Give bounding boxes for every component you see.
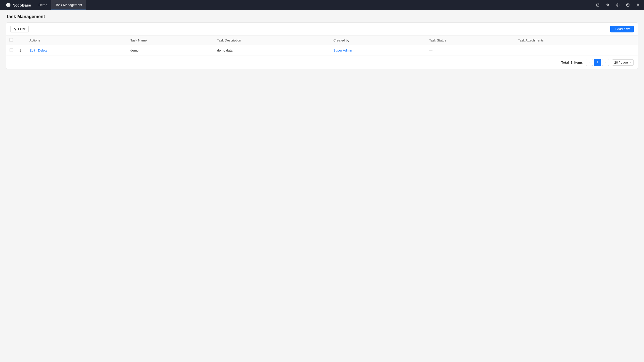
toolbar: Filter + Add new bbox=[6, 23, 638, 36]
filter-label: Filter bbox=[18, 27, 25, 31]
page-title: Task Management bbox=[6, 14, 638, 19]
row-task-attachments bbox=[515, 45, 638, 56]
row-checkbox-cell bbox=[6, 45, 16, 56]
header-created-by: Created by bbox=[330, 36, 426, 45]
row-number: 1 bbox=[16, 45, 26, 56]
pagination-bar: Total 1 items 1 20 / page bbox=[6, 56, 638, 69]
svg-marker-4 bbox=[14, 28, 17, 30]
prev-page-button[interactable] bbox=[586, 59, 593, 66]
table-header: Actions Task Name Task Description Creat… bbox=[6, 36, 638, 45]
logo-text: NocoBase bbox=[13, 3, 31, 7]
total-suffix: items bbox=[574, 61, 583, 64]
chevron-down-icon bbox=[629, 61, 631, 64]
header-row-num bbox=[16, 36, 26, 45]
add-new-label: + Add new bbox=[614, 27, 630, 31]
filter-icon bbox=[14, 27, 17, 31]
chevron-right-icon bbox=[604, 61, 607, 64]
filter-button[interactable]: Filter bbox=[10, 26, 29, 32]
delete-link[interactable]: Delete bbox=[38, 49, 48, 52]
pagination-nav: 1 bbox=[586, 59, 609, 66]
task-status-value: — bbox=[429, 49, 432, 52]
created-by-link[interactable]: Super Admin bbox=[333, 49, 352, 52]
table-header-row: Actions Task Name Task Description Creat… bbox=[6, 36, 638, 45]
header-task-description: Task Description bbox=[214, 36, 330, 45]
row-actions-cell: Edit Delete bbox=[26, 45, 127, 56]
edit-link[interactable]: Edit bbox=[29, 49, 35, 52]
user-icon[interactable] bbox=[635, 2, 641, 8]
nav-tab-demo-label: Demo bbox=[38, 3, 47, 7]
page-header: Task Management bbox=[0, 10, 644, 22]
total-prefix: Total bbox=[561, 61, 569, 64]
help-icon[interactable] bbox=[625, 2, 631, 8]
page-1-button[interactable]: 1 bbox=[594, 59, 601, 66]
table-body: 1 Edit Delete demo demo data Super Admin… bbox=[6, 45, 638, 56]
settings-icon[interactable] bbox=[615, 2, 621, 8]
svg-point-0 bbox=[617, 5, 618, 6]
chevron-left-icon bbox=[588, 61, 591, 64]
nav-tab-task-management[interactable]: Task Management bbox=[51, 0, 86, 10]
total-count: 1 bbox=[571, 61, 572, 64]
header-task-name: Task Name bbox=[127, 36, 214, 45]
nav-tab-task-management-label: Task Management bbox=[55, 3, 82, 7]
page-size-label: 20 / page bbox=[614, 61, 628, 64]
pin-icon[interactable] bbox=[605, 2, 611, 8]
add-new-button[interactable]: + Add new bbox=[610, 26, 634, 32]
header-task-status: Task Status bbox=[426, 36, 515, 45]
row-checkbox[interactable] bbox=[10, 48, 13, 52]
row-task-name: demo bbox=[127, 45, 214, 56]
table-row: 1 Edit Delete demo demo data Super Admin… bbox=[6, 45, 638, 56]
table-container: Filter + Add new Actions Ta bbox=[6, 22, 638, 69]
header-task-attachments: Task Attachments bbox=[515, 36, 638, 45]
plugin-icon[interactable] bbox=[595, 2, 601, 8]
row-task-description: demo data bbox=[214, 45, 330, 56]
next-page-button[interactable] bbox=[602, 59, 609, 66]
topnav-right-icons bbox=[595, 2, 641, 8]
nocobase-logo-icon bbox=[6, 2, 11, 8]
main-content: Filter + Add new Actions Ta bbox=[0, 22, 644, 75]
row-created-by: Super Admin bbox=[330, 45, 426, 56]
svg-point-3 bbox=[637, 4, 639, 5]
topnav: NocoBase Demo Task Management bbox=[0, 0, 644, 10]
data-table: Actions Task Name Task Description Creat… bbox=[6, 36, 638, 56]
nav-tab-demo[interactable]: Demo bbox=[34, 0, 51, 10]
select-all-checkbox[interactable] bbox=[9, 38, 13, 42]
toolbar-left: Filter bbox=[10, 26, 29, 32]
page-size-selector[interactable]: 20 / page bbox=[612, 59, 634, 66]
pagination-total: Total 1 items bbox=[561, 61, 583, 64]
row-task-status: — bbox=[426, 45, 515, 56]
header-checkbox-cell bbox=[6, 36, 16, 45]
app-logo: NocoBase bbox=[3, 2, 33, 8]
header-actions: Actions bbox=[26, 36, 127, 45]
